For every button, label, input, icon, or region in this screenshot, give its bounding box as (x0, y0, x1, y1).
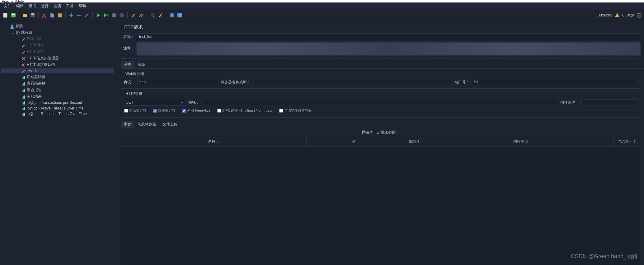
tree-root[interactable]: ⌄森防 (1, 23, 114, 29)
tab-body[interactable]: 消息体数据 (134, 121, 159, 128)
chk-browser-headers[interactable]: 与浏览器兼容的头 (279, 108, 312, 113)
fn-icon[interactable]: fn (169, 12, 175, 18)
tree-item-1[interactable]: HTTP请求 (1, 42, 114, 48)
svg-rect-42 (22, 114, 23, 116)
elapsed-time: 00:00:09 (598, 13, 612, 17)
warn-icon[interactable]: ! (615, 13, 620, 18)
main-area: ⌄森防 ⌄线程组 告警记录HTTP请求HTTP请求HTTP信息头管理器HTTP请… (0, 21, 644, 265)
collapse-toggle[interactable]: ▲▼⋯ (117, 56, 644, 61)
menu-options[interactable]: 选项 (52, 3, 63, 9)
col-name[interactable]: 名称： (121, 137, 307, 146)
protocol-input[interactable] (137, 79, 218, 85)
templates-icon[interactable] (10, 12, 16, 18)
col-include[interactable]: 包含等于？ (614, 137, 640, 146)
menu-file[interactable]: 文件 (2, 3, 13, 9)
chart-icon (21, 75, 26, 79)
comment-input[interactable] (137, 43, 640, 55)
help-icon[interactable]: ? (176, 12, 183, 18)
tree-panel: ⌄森防 ⌄线程组 告警记录HTTP请求HTTP请求HTTP信息头管理器HTTP请… (0, 21, 115, 265)
col-value[interactable]: 值 (307, 137, 402, 146)
port-input[interactable] (472, 79, 637, 85)
add-icon[interactable] (68, 12, 74, 18)
tree-item-3[interactable]: HTTP信息头管理器 (1, 55, 114, 61)
menu-search[interactable]: 查找 (27, 3, 38, 9)
tree-item-9[interactable]: 图形结果 (1, 94, 114, 100)
col-encode[interactable]: 编码？ (401, 137, 428, 146)
paste-icon[interactable] (57, 12, 63, 18)
param-table-body[interactable] (121, 146, 640, 265)
path-input[interactable] (202, 99, 558, 105)
svg-point-13 (151, 14, 153, 16)
method-select[interactable]: GET▼ (124, 99, 186, 106)
menu-edit[interactable]: 编辑 (14, 3, 26, 9)
param-table-header: 名称： 值 编码？ 内容类型 包含等于？ (121, 137, 640, 146)
svg-rect-37 (23, 102, 24, 105)
reset-search-icon[interactable] (157, 12, 163, 18)
menu-run[interactable]: 运行 (39, 3, 50, 9)
svg-rect-34 (23, 96, 24, 99)
svg-text:?: ? (179, 13, 181, 17)
pen-icon (21, 37, 26, 41)
param-tabs: 参数 消息体数据 文件上传 (117, 121, 644, 128)
tab-files[interactable]: 文件上传 (159, 121, 181, 128)
error-count: 0 (622, 13, 624, 17)
chk-keepalive[interactable]: 使用 KeepAlive (182, 108, 210, 113)
new-icon[interactable] (2, 12, 9, 18)
tree-item-2[interactable]: HTTP请求 (1, 49, 114, 55)
gear-icon (16, 30, 20, 35)
chk-follow-redirect[interactable]: 跟随重定向 (153, 108, 175, 113)
tab-basic[interactable]: 基本 (121, 61, 134, 68)
svg-text:fn: fn (171, 14, 173, 17)
tree-item-4[interactable]: HTTP请求默认值 (1, 62, 114, 68)
shutdown-icon[interactable] (119, 12, 125, 18)
tab-advanced[interactable]: 高级 (134, 61, 148, 68)
clear-all-icon[interactable] (138, 12, 144, 18)
svg-rect-2 (12, 14, 15, 15)
tree-item-12[interactable]: jp@gc - Response Times Over Time (1, 111, 114, 116)
clear-icon[interactable] (130, 12, 136, 18)
copy-icon[interactable] (49, 12, 55, 18)
encoding-input[interactable] (581, 99, 637, 105)
tab-params[interactable]: 参数 (121, 121, 134, 128)
comment-label: 注释： (121, 43, 134, 51)
name-input[interactable] (137, 33, 640, 40)
svg-rect-32 (24, 89, 25, 92)
tree-item-6[interactable]: 后端监听器 (1, 74, 114, 80)
tree-item-0[interactable]: 告警记录 (1, 36, 114, 42)
chk-auto-redirect[interactable]: 自动重定向 (124, 108, 146, 113)
tree-item-11[interactable]: jp@gc - Active Threads Over Time (1, 106, 114, 111)
host-input[interactable] (253, 79, 452, 85)
open-icon[interactable] (22, 12, 28, 18)
port-label: 端口号： (454, 80, 469, 85)
run-nopause-icon[interactable] (103, 12, 109, 18)
svg-rect-30 (22, 91, 23, 92)
cut-icon[interactable] (41, 12, 47, 18)
tree-item-8[interactable]: 聚合报告 (1, 87, 114, 93)
menu-help[interactable]: 帮助 (77, 3, 88, 9)
run-icon[interactable] (95, 12, 101, 18)
web-server-legend: Web服务器 (124, 71, 146, 77)
col-ctype[interactable]: 内容类型 (428, 137, 614, 146)
chk-multipart[interactable]: 对POST使用multipart / form-data (217, 108, 272, 113)
wand-icon[interactable] (84, 12, 90, 18)
chart-icon (21, 95, 26, 99)
stop-icon[interactable] (111, 12, 117, 18)
svg-point-14 (161, 13, 162, 15)
chart-icon (21, 106, 26, 110)
param-table-title: 同请求一起发送参数： (117, 128, 644, 137)
chart-icon (21, 100, 26, 105)
globe-icon[interactable] (637, 13, 642, 18)
editor-panel: HTTP请求 名称： 注释： ▲▼⋯ 基本 高级 Web服务器 协议： 服务器名… (117, 21, 644, 265)
tree-item-10[interactable]: jp@gc - Transactions per Second (1, 100, 114, 105)
remove-icon[interactable] (76, 12, 82, 18)
svg-rect-29 (24, 82, 25, 86)
tree-item-7[interactable]: 察看结果树 (1, 81, 114, 86)
search-icon[interactable] (149, 12, 156, 18)
menu-tools[interactable]: 工具 (64, 3, 75, 9)
tools-icon (21, 63, 26, 67)
tree-item-5[interactable]: test_list (1, 68, 114, 73)
svg-text:!: ! (617, 14, 618, 17)
tree-threadgroup[interactable]: ⌄线程组 (1, 30, 114, 35)
svg-rect-41 (24, 107, 25, 110)
save-icon[interactable] (30, 12, 36, 18)
